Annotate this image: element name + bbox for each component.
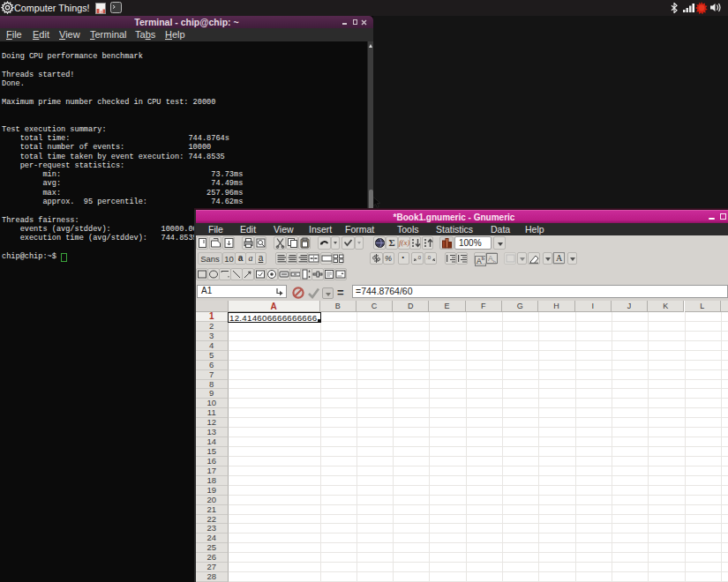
svg-text:.0: .0 [426,255,432,260]
svg-text:.0: .0 [417,255,422,260]
